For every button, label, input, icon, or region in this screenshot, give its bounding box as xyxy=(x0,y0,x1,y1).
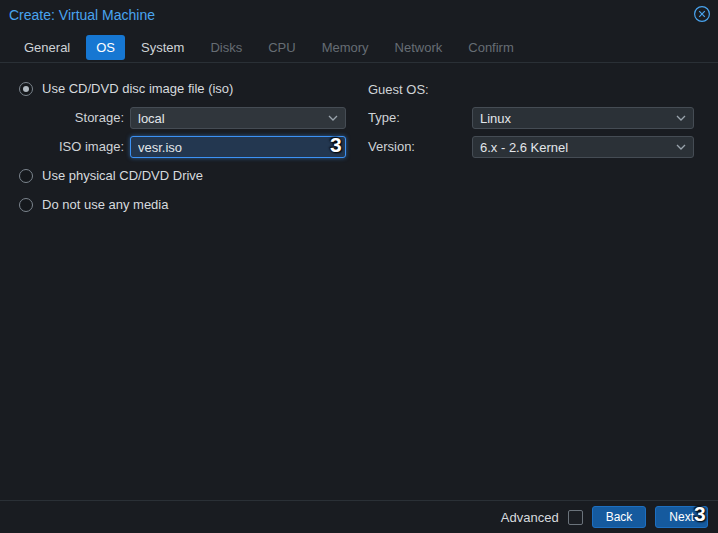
storage-value: local xyxy=(138,111,324,126)
radio-unselected-icon xyxy=(19,198,33,212)
iso-image-select[interactable]: vesr.iso xyxy=(130,136,346,158)
radio-physical-drive-label: Use physical CD/DVD Drive xyxy=(42,168,203,183)
wizard-tabbar: General OS System Disks CPU Memory Netwo… xyxy=(0,33,718,63)
storage-select[interactable]: local xyxy=(130,107,346,129)
version-label: Version: xyxy=(368,136,415,158)
tab-memory: Memory xyxy=(312,35,379,60)
dialog-title: Create: Virtual Machine xyxy=(9,7,155,23)
titlebar: Create: Virtual Machine xyxy=(0,0,718,30)
close-icon[interactable] xyxy=(693,5,711,23)
next-button[interactable]: Next xyxy=(655,506,708,528)
chevron-down-icon xyxy=(676,115,686,121)
radio-use-iso-label: Use CD/DVD disc image file (iso) xyxy=(42,81,233,96)
type-label: Type: xyxy=(368,107,400,129)
advanced-label: Advanced xyxy=(501,510,559,525)
tab-confirm: Confirm xyxy=(458,35,524,60)
storage-label: Storage: xyxy=(0,107,124,129)
radio-use-iso[interactable]: Use CD/DVD disc image file (iso) xyxy=(19,81,233,96)
radio-selected-icon xyxy=(19,82,33,96)
back-button[interactable]: Back xyxy=(592,506,647,528)
radio-no-media[interactable]: Do not use any media xyxy=(19,197,168,212)
tab-disks: Disks xyxy=(200,35,252,60)
guest-os-heading: Guest OS: xyxy=(368,82,429,97)
tab-general[interactable]: General xyxy=(14,35,80,60)
radio-physical-drive[interactable]: Use physical CD/DVD Drive xyxy=(19,168,203,183)
type-value: Linux xyxy=(480,111,672,126)
tab-system[interactable]: System xyxy=(131,35,194,60)
tab-cpu: CPU xyxy=(258,35,305,60)
radio-unselected-icon xyxy=(19,169,33,183)
chevron-down-icon xyxy=(676,144,686,150)
iso-image-label: ISO image: xyxy=(0,136,124,158)
tab-os[interactable]: OS xyxy=(86,35,125,60)
version-value: 6.x - 2.6 Kernel xyxy=(480,140,672,155)
tab-network: Network xyxy=(385,35,453,60)
advanced-checkbox[interactable] xyxy=(568,510,583,525)
footer-bar: Advanced Back Next xyxy=(0,500,718,533)
type-select[interactable]: Linux xyxy=(472,107,694,129)
chevron-down-icon xyxy=(328,115,338,121)
iso-image-value: vesr.iso xyxy=(138,140,338,155)
radio-no-media-label: Do not use any media xyxy=(42,197,168,212)
version-select[interactable]: 6.x - 2.6 Kernel xyxy=(472,136,694,158)
